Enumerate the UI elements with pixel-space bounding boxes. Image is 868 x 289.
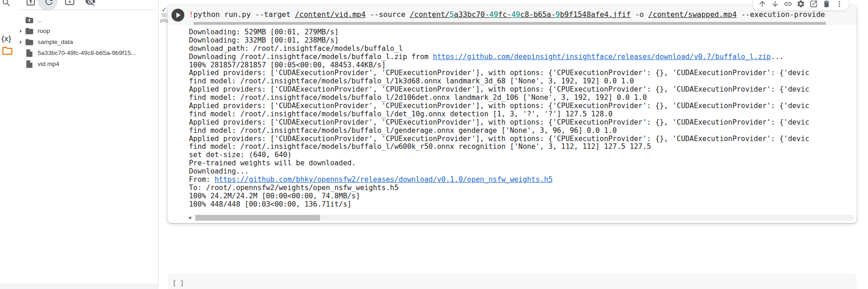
output-text: Applied providers: ['CUDAExecutionProvid… — [189, 119, 809, 126]
output-text: 100% 448/448 [00:03<00:00, 136.71it/s] — [189, 201, 352, 208]
next-code-cell[interactable]: [ ] — [168, 273, 857, 289]
output-line: Downloading: 529MB [00:01, 279MB/s] — [189, 28, 857, 37]
code-segment: ! — [189, 10, 194, 19]
file-item-label: .. — [38, 15, 41, 26]
file-item-sample-data[interactable]: sample_data — [14, 37, 158, 48]
output-text: 100% 24.2M/24.2M [00:00<00:00, 74.8MB/s] — [189, 192, 360, 200]
code-cell: !python run.py --target /content/vid.mp4… — [168, 5, 857, 223]
execution-time-unit: giây — [160, 18, 169, 23]
mount-drive-icon[interactable] — [64, 0, 75, 7]
code-segment: --source — [365, 10, 409, 19]
hide-hidden-files-icon[interactable] — [85, 0, 96, 7]
refresh-icon[interactable] — [44, 0, 55, 7]
colab-screen: {x} ..roopsample_data5a33bc70-49fc-49c8-… — [0, 0, 868, 289]
output-line: 100% 24.2M/24.2M [00:00<00:00, 74.8MB/s] — [189, 192, 857, 201]
output-text: set det-size: (640, 640) — [189, 151, 292, 159]
code-segment: /content/vid.mp4 — [295, 10, 365, 19]
panel-bottom-scroll-strip[interactable] — [0, 284, 159, 289]
cell-output: Downloading: 529MB [00:01, 279MB/s]Downl… — [168, 25, 857, 213]
output-line: find model: /root/.insightface/models/bu… — [189, 77, 857, 86]
output-text: Applied providers: ['CUDAExecutionProvid… — [189, 135, 809, 143]
code-segment: /content/ — [410, 10, 450, 19]
code-segment: 49 — [489, 10, 498, 19]
code-segment: fc- — [498, 10, 511, 19]
notebook-area: ✓ 50 giây !python run.py --target /conte… — [159, 0, 868, 289]
output-line: Downloading: 332MB [00:01, 238MB/s] — [189, 37, 857, 45]
output-text: Downloading: 529MB [00:01, 279MB/s] — [189, 28, 339, 36]
delete-icon[interactable] — [822, 0, 831, 8]
file-item-5a33bc70-49fc-49c8-b65a-9b9f15-[interactable]: 5a33bc70-49fc-49c8-b65a-9b9f15... — [14, 48, 158, 59]
code-segment: b9f1548afe4.jfif — [560, 10, 630, 19]
output-text: find model: /root/.insightface/models/bu… — [189, 143, 651, 151]
code-segment: 9 — [556, 10, 560, 19]
more-options-icon[interactable] — [835, 0, 844, 8]
move-down-icon[interactable] — [771, 0, 780, 8]
play-icon — [173, 11, 182, 20]
output-text: To: /root/.opennsfw2/weights/open_nsfw_w… — [189, 184, 398, 192]
output-scrollbar-thumb[interactable] — [195, 215, 320, 221]
settings-icon[interactable] — [796, 0, 805, 8]
output-text: Applied providers: ['CUDAExecutionProvid… — [189, 102, 809, 110]
output-text: Applied providers: ['CUDAExecutionProvid… — [189, 69, 809, 77]
file-item-roop[interactable]: roop — [14, 26, 158, 37]
chevron-right-icon[interactable] — [17, 38, 25, 48]
output-text: find model: /root/.insightface/models/bu… — [189, 77, 634, 85]
output-line: find model: /root/.insightface/models/bu… — [189, 127, 857, 135]
file-item-label: roop — [38, 26, 50, 37]
folder-icon — [25, 27, 34, 38]
copy-link-icon[interactable] — [784, 0, 792, 8]
cell-toolbar — [752, 0, 850, 11]
output-line: Pre-trained weights will be downloaded. — [189, 159, 857, 168]
code-scrollbar-thumb[interactable] — [194, 22, 826, 25]
file-item-vid-mp4[interactable]: vid.mp4 — [14, 59, 158, 70]
upload-icon[interactable] — [25, 0, 36, 7]
code-segment: python run.py --target — [194, 10, 295, 19]
files-tab-folder-icon[interactable] — [1, 45, 13, 59]
output-text: From: — [189, 176, 215, 184]
output-line: Downloading... — [189, 168, 857, 176]
output-lines: Downloading: 529MB [00:01, 279MB/s]Downl… — [189, 28, 857, 209]
file-icon — [25, 49, 34, 60]
code-horizontal-scrollbar[interactable] — [194, 22, 852, 25]
output-text: find model: /root/.insightface/models/bu… — [189, 127, 617, 135]
search-icon[interactable] — [1, 0, 11, 10]
output-scrollbar-track[interactable] — [194, 215, 854, 221]
output-text: download_path: /root/.insightface/models… — [189, 45, 403, 53]
panel-divider — [20, 10, 155, 10]
output-line: Applied providers: ['CUDAExecutionProvid… — [189, 86, 857, 94]
variables-tab[interactable]: {x} — [1, 35, 11, 43]
output-text: ... — [771, 53, 784, 61]
run-cell-button[interactable] — [171, 9, 184, 22]
file-item-label: vid.mp4 — [38, 59, 59, 70]
output-line: Applied providers: ['CUDAExecutionProvid… — [189, 69, 857, 77]
output-line: download_path: /root/.insightface/models… — [189, 45, 857, 53]
output-line: find model: /root/.insightface/models/bu… — [189, 94, 857, 102]
output-text: find model: /root/.insightface/models/bu… — [189, 110, 613, 118]
output-horizontal-scrollbar[interactable]: ◀ — [188, 215, 854, 221]
output-line: Applied providers: ['CUDAExecutionProvid… — [189, 135, 857, 143]
scrollbar-left-arrow-icon[interactable]: ◀ — [188, 215, 194, 221]
next-cell-prompt: [ ] — [172, 279, 184, 287]
move-up-icon[interactable] — [758, 0, 767, 8]
code-segment: /content/swapped.mp4 — [648, 10, 737, 19]
output-text: Pre-trained weights will be downloaded. — [189, 159, 356, 167]
output-line: find model: /root/.insightface/models/bu… — [189, 143, 857, 151]
output-text: find model: /root/.insightface/models/bu… — [189, 94, 647, 102]
file-item-label: 5a33bc70-49fc-49c8-b65a-9b9f15... — [38, 48, 136, 59]
output-line: set det-size: (640, 640) — [189, 151, 857, 159]
output-text: Downloading /root/.insightface/models/bu… — [189, 53, 433, 61]
chevron-right-icon[interactable] — [17, 27, 25, 37]
file-item--[interactable]: .. — [14, 15, 158, 26]
folder-icon — [25, 38, 34, 49]
open-in-tab-icon[interactable] — [809, 0, 818, 8]
code-segment: --execution-provide — [737, 10, 825, 19]
code-segment: 49 — [511, 10, 520, 19]
output-link[interactable]: https://github.com/deepinsight/insightfa… — [433, 53, 771, 61]
file-icon — [25, 60, 34, 71]
output-link[interactable]: https://github.com/bhky/opennsfw2/releas… — [215, 176, 553, 184]
code-segment: -o — [630, 10, 648, 19]
code-segment: c8-b65a- — [520, 10, 556, 19]
execution-time-value: 50 — [160, 13, 169, 18]
output-text: Downloading: 332MB [00:01, 238MB/s] — [189, 37, 339, 44]
file-tree: ..roopsample_data5a33bc70-49fc-49c8-b65a… — [14, 15, 158, 70]
